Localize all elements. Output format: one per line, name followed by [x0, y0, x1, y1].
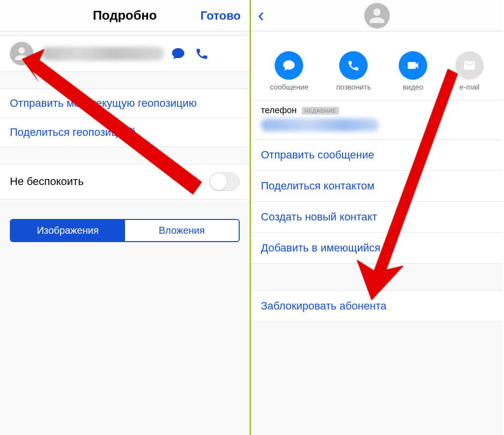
dnd-switch[interactable]: [209, 172, 240, 191]
details-screen: Подробно Готово Отправить мою текущую ге…: [0, 0, 251, 435]
share-live-location-cell[interactable]: Поделиться геопозицией: [0, 118, 250, 147]
phone-section[interactable]: телефон НЕДАВНИЕ: [251, 100, 503, 140]
message-icon[interactable]: [168, 44, 188, 63]
send-message-cell[interactable]: Отправить сообщение: [251, 140, 503, 171]
action-buttons-row: сообщение позвонить видео e-mail: [251, 31, 503, 100]
phone-number-blurred: [261, 119, 379, 131]
action-call[interactable]: позвонить: [336, 51, 371, 91]
message-icon: [275, 51, 303, 80]
share-contact-cell[interactable]: Поделиться контактом: [251, 171, 503, 202]
email-icon: [455, 51, 484, 80]
call-icon: [339, 51, 368, 80]
share-current-location-cell[interactable]: Отправить мою текущую геопозицию: [0, 89, 250, 118]
action-message[interactable]: сообщение: [270, 51, 308, 91]
contact-header-row[interactable]: [0, 35, 250, 72]
avatar-icon[interactable]: [10, 42, 33, 65]
video-icon: [399, 51, 427, 80]
add-to-existing-cell[interactable]: Добавить в имеющийся: [251, 233, 503, 264]
action-email: e-mail: [455, 51, 484, 91]
segmented-control: Изображения Вложения: [10, 219, 240, 242]
segment-attachments[interactable]: Вложения: [125, 220, 239, 241]
block-caller-cell[interactable]: Заблокировать абонента: [251, 290, 503, 322]
contact-number-blurred: [41, 47, 164, 61]
call-icon[interactable]: [192, 44, 212, 63]
dnd-label: Не беспокоить: [10, 175, 84, 188]
phone-label: телефон: [261, 105, 297, 116]
nav-bar: ‹: [251, 0, 503, 31]
action-label: позвонить: [336, 83, 371, 91]
avatar-icon: [364, 3, 390, 29]
do-not-disturb-cell: Не беспокоить: [0, 164, 250, 199]
action-label: e-mail: [459, 83, 479, 91]
action-label: видео: [403, 83, 423, 91]
contact-card-screen: ‹ сообщение позвонить: [251, 0, 503, 435]
action-video[interactable]: видео: [399, 51, 427, 91]
action-label: сообщение: [270, 83, 308, 91]
done-button[interactable]: Готово: [200, 9, 241, 23]
recent-badge: НЕДАВНИЕ: [302, 107, 340, 115]
nav-bar: Подробно Готово: [0, 0, 250, 31]
segment-images[interactable]: Изображения: [11, 220, 125, 241]
back-icon[interactable]: ‹: [258, 5, 264, 26]
create-contact-cell[interactable]: Создать новый контакт: [251, 202, 503, 233]
